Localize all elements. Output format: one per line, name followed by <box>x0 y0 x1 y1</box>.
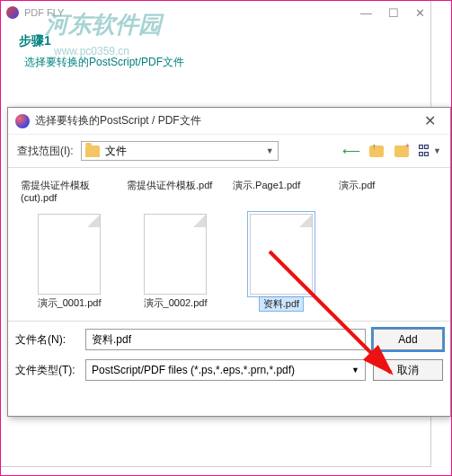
file-open-dialog: 选择要转换的PostScript / PDF文件 ✕ 查找范围(I): 文件 ▼… <box>7 107 451 417</box>
view-menu-icon[interactable]: ▼ <box>419 143 441 159</box>
list-item[interactable]: 演示.pdf <box>339 179 436 205</box>
pdf-thumb-icon <box>38 214 101 295</box>
dialog-toolbar: 查找范围(I): 文件 ▼ ⟵ ▼ <box>8 135 450 167</box>
thumb-label: 演示_0002.pdf <box>144 297 208 308</box>
dialog-titlebar: 选择要转换的PostScript / PDF文件 ✕ <box>8 108 450 135</box>
filetype-select[interactable]: PostScript/PDF files (*.ps,*.eps,*.prn,*… <box>85 359 366 381</box>
pdf-thumb-icon <box>250 214 313 295</box>
filetype-row: 文件类型(T): PostScript/PDF files (*.ps,*.ep… <box>15 359 443 381</box>
watermark-text: 河东软件园 <box>45 9 162 40</box>
list-item[interactable]: 演示.Page1.pdf <box>233 179 330 205</box>
filetype-label: 文件类型(T): <box>15 363 78 378</box>
minimize-icon[interactable]: — <box>360 6 372 20</box>
list-item[interactable]: 需提供证件模板 (cut).pdf <box>21 179 118 205</box>
pdf-thumb-icon <box>144 214 207 295</box>
up-folder-icon[interactable] <box>368 143 385 159</box>
file-list[interactable]: 需提供证件模板 (cut).pdf 需提供证件模板.pdf 演示.Page1.p… <box>8 167 450 322</box>
new-folder-icon[interactable] <box>394 143 410 159</box>
window-controls: — ☐ ✕ <box>360 6 425 20</box>
folder-icon <box>85 145 100 157</box>
look-in-combo[interactable]: 文件 ▼ <box>81 141 279 161</box>
file-thumbs-row: 演示_0001.pdf 演示_0002.pdf 资料.pdf <box>15 208 443 312</box>
file-thumb[interactable]: 演示_0001.pdf <box>21 214 118 312</box>
look-in-label: 查找范围(I): <box>17 144 74 159</box>
filename-row: 文件名(N): Add <box>15 329 443 350</box>
dialog-title: 选择要转换的PostScript / PDF文件 <box>35 113 201 128</box>
list-item[interactable]: 需提供证件模板.pdf <box>127 179 224 205</box>
app-icon <box>6 6 19 19</box>
toolbar-icons: ⟵ ▼ <box>343 143 441 159</box>
filename-input[interactable] <box>85 329 366 350</box>
dialog-bottom: 文件名(N): Add 文件类型(T): PostScript/PDF file… <box>8 322 450 397</box>
thumb-label: 资料.pdf <box>259 296 304 312</box>
chevron-down-icon: ▼ <box>351 366 359 375</box>
back-icon[interactable]: ⟵ <box>343 143 359 159</box>
file-thumb-selected[interactable]: 资料.pdf <box>233 214 330 312</box>
cancel-button[interactable]: 取消 <box>373 359 443 381</box>
filetype-value: PostScript/PDF files (*.ps,*.eps,*.prn,*… <box>92 364 295 376</box>
dialog-close-icon[interactable]: ✕ <box>417 112 443 129</box>
watermark-url: www.pc0359.cn <box>54 45 129 57</box>
look-in-value: 文件 <box>105 144 127 159</box>
filename-label: 文件名(N): <box>15 332 78 348</box>
close-icon[interactable]: ✕ <box>415 6 425 20</box>
chevron-down-icon: ▼ <box>266 146 274 155</box>
dialog-icon <box>15 114 30 128</box>
add-button[interactable]: Add <box>373 329 443 350</box>
file-names-row: 需提供证件模板 (cut).pdf 需提供证件模板.pdf 演示.Page1.p… <box>15 175 443 208</box>
maximize-icon[interactable]: ☐ <box>388 6 399 20</box>
thumb-label: 演示_0001.pdf <box>38 297 102 308</box>
file-thumb[interactable]: 演示_0002.pdf <box>127 214 224 312</box>
